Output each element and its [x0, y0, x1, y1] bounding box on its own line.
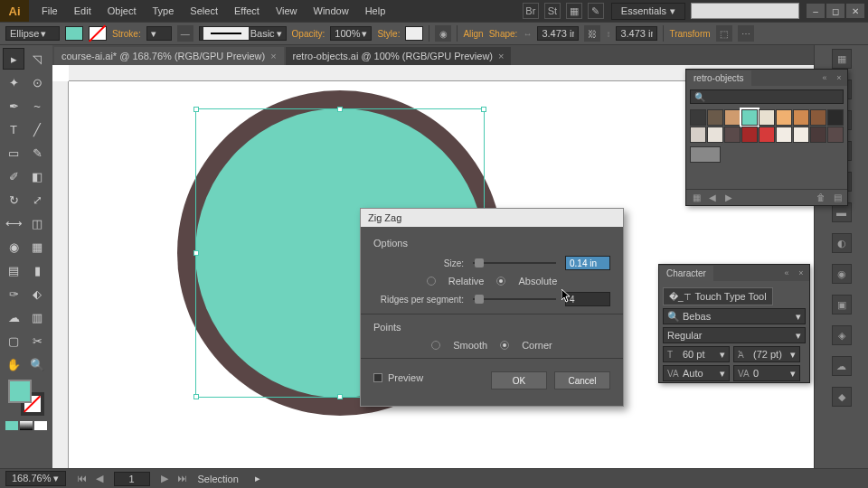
swatch-cell[interactable] — [827, 109, 844, 126]
eyedropper-tool[interactable]: ✑ — [3, 283, 24, 305]
swatch-cell[interactable] — [759, 109, 775, 126]
link-wh-icon[interactable]: ⛓ — [584, 25, 600, 42]
collapse-icon[interactable]: « — [780, 267, 793, 279]
vertical-ruler[interactable] — [52, 81, 69, 468]
feedback-icon[interactable]: ✎ — [588, 3, 604, 19]
swatch-cell[interactable] — [810, 109, 826, 126]
blend-tool[interactable]: ⬖ — [26, 283, 48, 305]
close-button[interactable]: ✕ — [846, 4, 864, 18]
slice-tool[interactable]: ✂ — [26, 330, 48, 352]
transform-label[interactable]: Transform — [669, 29, 710, 39]
panel-tab[interactable]: retro-objects — [686, 70, 751, 86]
graph-tool[interactable]: ▥ — [26, 306, 48, 328]
document-tab-2[interactable]: retro-objects.ai @ 100% (RGB/GPU Preview… — [286, 47, 512, 65]
swatch-menu-icon[interactable]: ▦ — [690, 192, 703, 204]
dock-layers-icon[interactable]: ◈ — [832, 325, 852, 345]
ok-button[interactable]: OK — [491, 371, 547, 389]
touch-type-button[interactable]: �_⊤ Touch Type Tool — [663, 287, 773, 305]
swatch-search[interactable]: 🔍 — [690, 89, 844, 104]
symbol-tool[interactable]: ☁ — [3, 306, 24, 328]
zoom-field[interactable]: 168.76% ▾ — [5, 471, 66, 486]
font-style-field[interactable]: Regular▾ — [663, 327, 806, 343]
swatch-cell[interactable] — [690, 127, 706, 143]
artboard-nav-field[interactable]: 1 — [114, 472, 150, 486]
prev-artboard-icon[interactable]: ◀ — [92, 473, 107, 484]
dock-appearance-icon[interactable]: ◉ — [832, 264, 852, 284]
maximize-button[interactable]: ◻ — [826, 4, 844, 18]
size-slider[interactable] — [473, 262, 556, 264]
pen-tool[interactable]: ✒ — [3, 95, 24, 117]
smooth-radio[interactable] — [431, 341, 440, 350]
brush-dd[interactable]: Basic▾ — [199, 26, 287, 41]
paintbrush-tool[interactable]: ✎ — [26, 142, 48, 164]
swatch-cell[interactable] — [793, 109, 809, 126]
swatch-cell[interactable] — [776, 127, 792, 143]
arrange-icon[interactable]: ▦ — [566, 3, 582, 19]
line-tool[interactable]: ╱ — [26, 118, 48, 140]
menu-window[interactable]: Window — [307, 2, 356, 20]
perspective-tool[interactable]: ▦ — [26, 236, 48, 258]
tool-name-display[interactable]: Ellipse▾ — [5, 26, 60, 41]
style-swatch[interactable] — [405, 26, 423, 41]
magic-wand-tool[interactable]: ✦ — [3, 71, 24, 93]
prev-icon[interactable]: ◀ — [706, 192, 719, 204]
close-icon[interactable]: × — [833, 71, 845, 84]
hand-tool[interactable]: ✋ — [3, 353, 24, 375]
width-tool[interactable]: ⟷ — [3, 212, 24, 234]
menu-type[interactable]: Type — [146, 2, 182, 20]
dock-libraries-icon[interactable]: ☁ — [832, 356, 852, 376]
dock-graphic-styles-icon[interactable]: ▣ — [832, 295, 852, 314]
width-field[interactable] — [537, 26, 579, 41]
document-tab-1[interactable]: course-ai.ai* @ 168.76% (RGB/GPU Preview… — [54, 47, 284, 65]
preview-checkbox[interactable] — [373, 373, 382, 382]
next-icon[interactable]: ▶ — [722, 192, 735, 204]
more-icon[interactable]: ▤ — [831, 192, 844, 204]
absolute-radio[interactable] — [496, 277, 505, 286]
menu-edit[interactable]: Edit — [67, 2, 99, 20]
first-artboard-icon[interactable]: ⏮ — [73, 473, 90, 484]
font-size-field[interactable]: T60 pt▾ — [663, 346, 730, 362]
gradient-tool[interactable]: ▮ — [26, 259, 48, 281]
swatch-cell[interactable] — [741, 127, 758, 143]
bridge-icon[interactable]: Br — [523, 3, 539, 19]
color-mode[interactable] — [5, 421, 18, 430]
rectangle-tool[interactable]: ▭ — [3, 142, 24, 164]
close-icon[interactable]: × — [270, 51, 276, 61]
scale-tool[interactable]: ⤢ — [26, 189, 48, 211]
menu-view[interactable]: View — [269, 2, 305, 20]
dock-more-icon[interactable]: ◆ — [832, 387, 852, 407]
relative-radio[interactable] — [427, 277, 436, 286]
zoom-tool[interactable]: 🔍 — [26, 353, 48, 375]
height-field[interactable] — [616, 26, 657, 41]
leading-field[interactable]: Ἀ(72 pt)▾ — [733, 346, 800, 362]
status-chevron-icon[interactable]: ▸ — [255, 473, 260, 484]
swatch-cell[interactable] — [724, 109, 741, 126]
search-input[interactable] — [691, 3, 799, 19]
swatch-cell[interactable] — [741, 109, 758, 126]
eraser-tool[interactable]: ◧ — [26, 165, 48, 187]
more-icon[interactable]: ⋯ — [738, 25, 754, 42]
kerning-field[interactable]: VAAuto▾ — [663, 365, 730, 381]
next-artboard-icon[interactable]: ▶ — [157, 473, 172, 484]
recolor-icon[interactable]: ◉ — [435, 25, 451, 42]
opacity-field[interactable]: 100%▾ — [330, 26, 372, 41]
swatch-cell[interactable] — [793, 127, 809, 143]
type-tool[interactable]: T — [3, 118, 24, 140]
swatch-cell[interactable] — [707, 127, 723, 143]
fill-swatch[interactable] — [65, 26, 83, 41]
swatch-cell[interactable] — [776, 109, 792, 126]
selection-tool[interactable]: ▸ — [3, 48, 24, 70]
artboard-tool[interactable]: ▢ — [3, 330, 24, 352]
ridges-slider[interactable] — [473, 298, 556, 300]
swatch-cell[interactable] — [810, 127, 826, 143]
fill-stroke-control[interactable] — [8, 380, 44, 416]
gradient-mode[interactable] — [20, 421, 33, 430]
menu-effect[interactable]: Effect — [227, 2, 267, 20]
stroke-weight-field[interactable]: ▾ — [146, 26, 172, 41]
rotate-tool[interactable]: ↻ — [3, 189, 24, 211]
menu-file[interactable]: File — [34, 2, 65, 20]
swatch-cell[interactable] — [690, 109, 706, 126]
tracking-field[interactable]: VA0▾ — [733, 365, 800, 381]
none-mode[interactable] — [34, 421, 47, 430]
collapse-icon[interactable]: « — [818, 71, 831, 84]
